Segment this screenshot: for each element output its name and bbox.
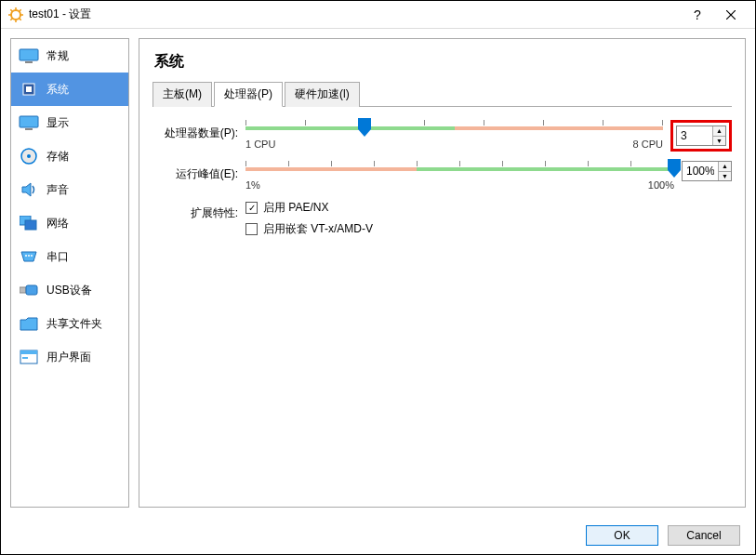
cap-max-label: 100% (648, 179, 674, 191)
sidebar-item-label: 存储 (46, 149, 69, 165)
svg-marker-19 (22, 183, 31, 196)
svg-rect-14 (26, 86, 32, 92)
svg-rect-30 (22, 357, 28, 359)
svg-line-8 (20, 9, 21, 11)
cpu-max-label: 8 CPU (633, 139, 663, 150)
close-button[interactable] (714, 2, 748, 28)
disk-icon (19, 148, 39, 165)
sidebar-item-audio[interactable]: 声音 (11, 173, 128, 206)
pae-checkbox-row[interactable]: ✓ 启用 PAE/NX (245, 200, 328, 216)
sidebar-item-network[interactable]: 网络 (11, 206, 128, 240)
serial-icon (19, 248, 39, 265)
svg-rect-26 (20, 287, 26, 293)
chip-icon (19, 81, 39, 98)
cancel-button[interactable]: Cancel (668, 525, 740, 546)
checkbox-icon (245, 223, 258, 235)
tab-bar: 主板(M) 处理器(P) 硬件加速(l) (153, 81, 732, 107)
body: 常规 系统 显示 存储 声音 网络 (1, 29, 755, 517)
sidebar-item-general[interactable]: 常规 (11, 39, 128, 73)
svg-rect-29 (20, 350, 37, 354)
cpu-count-slider[interactable]: 1 CPU 8 CPU (245, 120, 663, 150)
cpu-count-spinner[interactable]: ▲ ▼ (676, 126, 726, 146)
cap-min-label: 1% (245, 179, 260, 191)
svg-rect-16 (25, 128, 33, 130)
network-icon (19, 215, 39, 231)
svg-rect-15 (20, 116, 38, 127)
svg-point-25 (31, 255, 33, 257)
footer: OK Cancel (1, 517, 755, 554)
speaker-icon (19, 181, 39, 198)
extended-label: 扩展特性: (153, 200, 245, 221)
svg-rect-12 (25, 61, 33, 63)
slider-thumb[interactable] (358, 118, 371, 137)
sidebar-item-label: 显示 (46, 115, 69, 131)
extended-row: 扩展特性: ✓ 启用 PAE/NX 启用嵌套 VT-x/AMD-V (153, 200, 732, 243)
usb-icon (19, 282, 39, 298)
exec-cap-slider[interactable]: 1% 100% (245, 161, 674, 191)
tab-acceleration[interactable]: 硬件加速(l) (285, 82, 360, 107)
sidebar: 常规 系统 显示 存储 声音 网络 (10, 38, 129, 508)
exec-cap-row: 运行峰值(E): (153, 161, 732, 191)
sidebar-item-shared[interactable]: 共享文件夹 (11, 307, 128, 340)
cpu-count-row: 处理器数量(P): (153, 120, 732, 152)
svg-point-0 (11, 10, 20, 20)
spin-down-button[interactable]: ▼ (713, 136, 725, 146)
cpu-count-label: 处理器数量(P): (153, 120, 245, 141)
ok-button[interactable]: OK (586, 525, 658, 546)
cpu-min-label: 1 CPU (245, 139, 275, 150)
sidebar-item-display[interactable]: 显示 (11, 106, 128, 139)
sidebar-item-label: 串口 (46, 249, 69, 265)
titlebar: test01 - 设置 ? (1, 1, 755, 29)
folder-icon (19, 315, 39, 332)
svg-line-7 (10, 18, 12, 20)
sidebar-item-usb[interactable]: USB设备 (11, 273, 128, 307)
sidebar-item-storage[interactable]: 存储 (11, 139, 128, 173)
spin-up-button[interactable]: ▲ (713, 126, 725, 136)
checkbox-icon: ✓ (245, 202, 258, 214)
page-title: 系统 (153, 46, 732, 81)
sidebar-item-label: 共享文件夹 (46, 316, 102, 332)
svg-line-5 (10, 9, 12, 11)
sidebar-item-label: 声音 (46, 182, 69, 198)
svg-point-24 (28, 255, 30, 257)
sidebar-item-system[interactable]: 系统 (11, 73, 128, 106)
cpu-count-input[interactable] (677, 127, 712, 144)
exec-cap-input[interactable] (683, 163, 718, 179)
spin-down-button[interactable]: ▼ (719, 171, 731, 181)
settings-window: test01 - 设置 ? 常规 系统 显示 存储 (0, 0, 756, 555)
help-button[interactable]: ? (681, 2, 714, 28)
svg-line-6 (20, 18, 21, 20)
sidebar-item-label: 网络 (46, 216, 69, 231)
sidebar-item-serial[interactable]: 串口 (11, 240, 128, 273)
processor-pane: 处理器数量(P): (153, 107, 732, 265)
display-icon (19, 114, 39, 131)
sidebar-item-label: USB设备 (46, 283, 92, 298)
svg-point-18 (27, 154, 31, 158)
slider-thumb[interactable] (668, 159, 681, 178)
tab-motherboard[interactable]: 主板(M) (153, 82, 212, 107)
sidebar-item-label: 用户界面 (46, 350, 91, 365)
app-icon (8, 7, 23, 22)
exec-cap-label: 运行峰值(E): (153, 161, 245, 182)
tab-processor[interactable]: 处理器(P) (214, 82, 283, 107)
svg-rect-21 (25, 220, 36, 230)
spin-up-button[interactable]: ▲ (719, 162, 731, 171)
monitor-icon (19, 47, 39, 64)
svg-point-23 (25, 255, 27, 257)
exec-cap-spinner[interactable]: ▲ ▼ (682, 161, 732, 181)
sidebar-item-ui[interactable]: 用户界面 (11, 340, 128, 374)
content-pane: 系统 主板(M) 处理器(P) 硬件加速(l) 处理器数量(P): (139, 38, 746, 508)
nested-label: 启用嵌套 VT-x/AMD-V (263, 221, 373, 237)
sidebar-item-label: 常规 (46, 48, 69, 64)
ui-icon (19, 349, 39, 365)
svg-rect-27 (26, 285, 37, 295)
pae-label: 启用 PAE/NX (263, 200, 328, 216)
svg-rect-11 (20, 49, 38, 60)
window-title: test01 - 设置 (29, 7, 681, 22)
sidebar-item-label: 系统 (46, 82, 69, 98)
cpu-count-highlight: ▲ ▼ (670, 120, 732, 152)
nested-checkbox-row[interactable]: 启用嵌套 VT-x/AMD-V (245, 221, 373, 237)
